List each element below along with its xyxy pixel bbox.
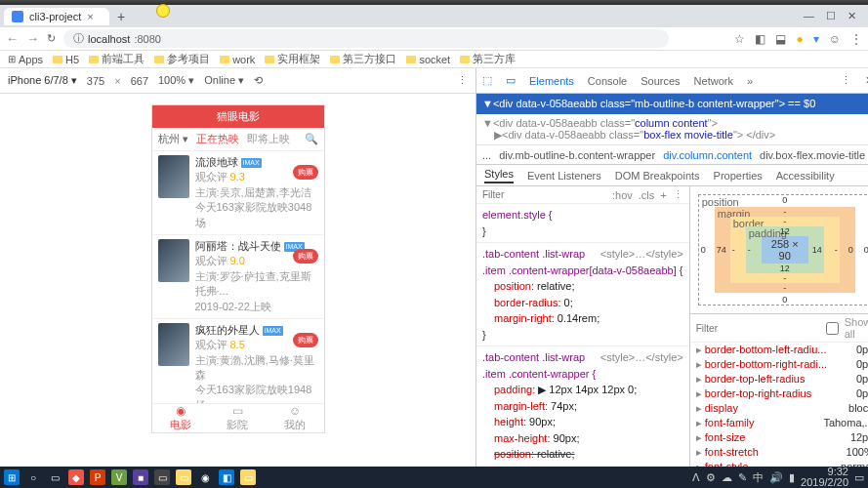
search-icon[interactable]: 🔍 [305,133,318,145]
forward-icon[interactable]: → [26,31,39,46]
computed-row[interactable]: ▸border-bottom-right-radi...0px [690,357,868,372]
tab-coming-soon[interactable]: 即将上映 [247,132,290,146]
city-select[interactable]: 杭州 ▾ [158,132,188,146]
nav-profile[interactable]: ☺我的 [284,404,306,432]
maximize-icon[interactable]: ☐ [826,10,836,22]
height-input[interactable]: 667 [131,75,148,87]
cls-toggle[interactable]: .cls [639,189,655,201]
device-mode-icon[interactable]: ▭ [506,74,516,87]
start-button[interactable]: ⊞ [4,469,20,485]
menu-icon[interactable]: ⋮ [850,32,862,46]
computed-filter-input[interactable] [696,323,820,334]
url-input[interactable]: ⓘ localhost:8080 [63,29,669,48]
cortana-icon[interactable]: ○ [25,469,41,485]
nav-movies[interactable]: ◉电影 [170,404,191,432]
ext3-icon[interactable]: ● [796,32,803,46]
breadcrumb[interactable]: ... div.mb-outline-b.content-wrapper div… [476,145,868,165]
notification-icon[interactable]: ▭ [854,471,864,484]
tray-icon[interactable]: ᐱ [692,471,700,484]
app-icon[interactable]: V [111,469,127,485]
bookmark-folder[interactable]: 第三方库 [460,52,516,66]
browser-tab[interactable]: cli3-project × [4,8,109,25]
computed-row[interactable]: ▸border-bottom-left-radiu...0px [690,343,868,357]
zoom-select[interactable]: 100% ▾ [158,74,194,87]
width-input[interactable]: 375 [87,75,104,87]
app-icon[interactable]: ◆ [68,469,84,485]
hov-toggle[interactable]: :hov [612,189,633,201]
inspect-icon[interactable]: ⬚ [482,74,492,87]
ext2-icon[interactable]: ⬓ [775,32,786,46]
computed-row[interactable]: ▸font-size12px [690,430,868,445]
bookmark-folder[interactable]: socket [406,54,450,65]
close-window-icon[interactable]: ✕ [847,10,856,22]
movie-item[interactable]: 流浪地球IMAX 观众评 9.3 主演:吴京,屈楚萧,李光洁今天163家影院放映… [152,151,324,235]
windows-taskbar: ⊞ ○ ▭ ◆ P V ■ ▭ ▭ ◉ ◧ ▭ ᐱ ⚙ ☁ ✎ 中 🔊 ▮ 9:… [0,467,868,488]
buy-ticket-button[interactable]: 购票 [293,165,318,180]
device-menu-icon[interactable]: ⋮ [457,74,468,87]
bookmark-folder[interactable]: 前端工具 [89,52,145,66]
dom-selected-node[interactable]: ▼<div data-v-058aeabb class="mb-outline-… [476,94,868,114]
more-tabs-icon[interactable]: » [747,75,753,87]
tab-network[interactable]: Network [694,75,733,87]
app-icon[interactable]: ▭ [154,469,170,485]
chrome-icon[interactable]: ◉ [197,469,213,485]
computed-row[interactable]: ▸displayblock [690,401,868,416]
ime-icon[interactable]: ✎ [738,471,747,484]
volume-icon[interactable]: 🔊 [769,471,783,484]
box-model[interactable]: position 0000 margin -740- border ---- p… [690,186,868,313]
bookmark-folder[interactable]: 参考项目 [154,52,210,66]
vscode-icon[interactable]: ◧ [219,469,234,485]
back-icon[interactable]: ← [6,31,19,46]
tab-sources[interactable]: Sources [641,75,680,87]
explorer-icon[interactable]: ▭ [240,469,256,485]
computed-row[interactable]: ▸border-top-left-radius0px [690,372,868,386]
movie-item[interactable]: 阿丽塔：战斗天使IMAX 观众评 9.0 主演:罗莎·萨拉查,克里斯托弗·...… [152,235,324,319]
styles-filter-input[interactable] [482,189,606,200]
computed-row[interactable]: ▸border-top-right-radius0px [690,386,868,401]
new-rule-icon[interactable]: + [660,189,666,201]
rotate-icon[interactable]: ⟲ [254,74,263,87]
nav-cinemas[interactable]: ▭影院 [227,404,248,432]
tab-elements[interactable]: Elements [529,75,574,87]
show-all-checkbox[interactable] [826,322,839,335]
tab-now-showing[interactable]: 正在热映 [196,132,239,146]
buy-ticket-button[interactable]: 购票 [293,249,318,264]
tab-styles[interactable]: Styles [484,168,514,183]
computed-row[interactable]: ▸font-familyTahoma,... [690,416,868,430]
tab-accessibility[interactable]: Accessibility [776,170,835,182]
tab-properties[interactable]: Properties [714,170,763,182]
tray-icon[interactable]: ☁ [722,471,732,484]
throttle-select[interactable]: Online ▾ [204,74,244,87]
bookmark-folder[interactable]: 实用框架 [265,52,320,66]
profile-icon[interactable]: ☺ [829,32,841,46]
apps-shortcut[interactable]: ⊞ Apps [8,54,43,65]
clock-date[interactable]: 2019/2/20 [801,477,848,488]
buy-ticket-button[interactable]: 购票 [293,333,318,347]
device-select[interactable]: iPhone 6/7/8 ▾ [8,74,77,87]
bookmark-folder[interactable]: 第三方接口 [330,52,396,66]
styles-menu-icon[interactable]: ⋮ [673,188,683,201]
explorer-icon[interactable]: ▭ [176,469,191,485]
close-tab-icon[interactable]: × [87,11,93,22]
app-icon[interactable]: P [90,469,105,485]
new-tab-button[interactable]: + [117,9,125,24]
ime-icon[interactable]: 中 [753,470,764,485]
ext4-icon[interactable]: ▾ [813,32,819,46]
tray-icon[interactable]: ⚙ [706,471,716,484]
devtools-menu-icon[interactable]: ⋮ [841,74,851,87]
taskview-icon[interactable]: ▭ [47,469,62,485]
styles-pane[interactable]: :hov .cls + ⋮ element.style {} <style>…<… [476,186,689,488]
minimize-icon[interactable]: — [804,10,814,22]
bookmark-folder[interactable]: work [220,54,255,65]
tab-event-listeners[interactable]: Event Listeners [527,170,601,182]
reload-icon[interactable]: ↻ [47,32,56,45]
battery-icon[interactable]: ▮ [789,471,795,484]
star-icon[interactable]: ☆ [734,32,745,46]
ext1-icon[interactable]: ◧ [755,32,765,46]
tab-console[interactable]: Console [588,75,627,87]
app-icon[interactable]: ■ [133,469,148,485]
computed-row[interactable]: ▸font-stretch100% [690,445,868,460]
bookmark-folder[interactable]: H5 [53,54,79,65]
tab-dom-breakpoints[interactable]: DOM Breakpoints [615,170,700,182]
dom-tree[interactable]: ▼<div data-v-058aeabb class="column cont… [476,114,868,145]
